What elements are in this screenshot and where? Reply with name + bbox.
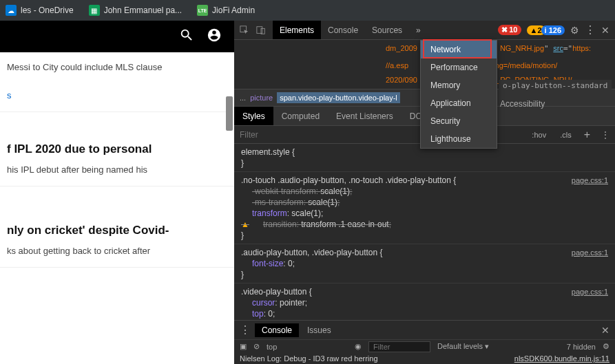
article-subtitle: his IPL debut after being named his bbox=[7, 164, 227, 175]
onedrive-icon: ☁ bbox=[6, 5, 17, 16]
menu-item-application[interactable]: Application bbox=[421, 94, 497, 112]
close-icon[interactable]: ✕ bbox=[601, 25, 609, 36]
cls-toggle[interactable]: .cls bbox=[553, 131, 578, 139]
devtools-status: ✖10 ▲2i 126 ⚙ ⋮ ✕ bbox=[498, 23, 609, 36]
more-icon[interactable]: ⋮ bbox=[585, 23, 596, 36]
devtools-tablist: Elements Console Sources » bbox=[273, 21, 428, 39]
console-filter-input[interactable] bbox=[368, 341, 430, 352]
article-title: nly on cricket' despite Covid- bbox=[7, 224, 227, 237]
hidden-count[interactable]: 7 hidden bbox=[567, 343, 596, 351]
breadcrumb-item-selected[interactable]: span.video-play-button.video-play-l bbox=[277, 92, 400, 103]
console-message: Nielsen Log: Debug - ID3 raw red herring… bbox=[234, 353, 615, 364]
console-drawer-tabs: ⋮ Console Issues ✕ bbox=[234, 320, 615, 339]
more-icon[interactable]: ⋮ bbox=[596, 130, 615, 140]
play-icon[interactable]: ▣ bbox=[240, 342, 247, 351]
breadcrumb-dots: ... bbox=[240, 94, 246, 102]
close-icon[interactable]: ✕ bbox=[601, 325, 609, 336]
browser-tab[interactable]: ▦ John Emmanuel pa... bbox=[89, 5, 182, 16]
drawer-tab-console[interactable]: Console bbox=[255, 323, 299, 337]
error-badge[interactable]: ✖10 bbox=[498, 25, 521, 35]
context-select[interactable]: top bbox=[267, 343, 277, 351]
device-icon[interactable] bbox=[256, 25, 266, 35]
tab-label: John Emmanuel pa... bbox=[104, 6, 182, 15]
menu-item-lighthouse[interactable]: Lighthouse bbox=[421, 130, 497, 148]
info-badge[interactable]: i 126 bbox=[541, 25, 565, 35]
search-icon[interactable] bbox=[179, 28, 194, 45]
menu-item-performance[interactable]: Performance bbox=[421, 58, 497, 76]
source-link[interactable]: page.css:1 bbox=[572, 175, 608, 186]
browser-tab[interactable]: ☁ les - OneDrive bbox=[6, 5, 74, 16]
sheets-icon: ▦ bbox=[89, 5, 100, 16]
log-text: Nielsen Log: Debug - ID3 raw red herring bbox=[240, 354, 378, 363]
hov-toggle[interactable]: :hov bbox=[525, 131, 553, 139]
new-style-button[interactable]: + bbox=[578, 129, 596, 141]
breadcrumb-item[interactable]: picture bbox=[250, 94, 273, 102]
page-header bbox=[0, 21, 234, 52]
source-link[interactable]: page.css:1 bbox=[572, 247, 608, 258]
tab-overflow[interactable]: » bbox=[409, 21, 428, 39]
console-toolbar: ▣ ⊘ top ◉ Default levels ▾ 7 hidden ⚙ bbox=[234, 339, 615, 353]
tab-label: les - OneDrive bbox=[21, 6, 74, 15]
tab-event-listeners[interactable]: Event Listeners bbox=[328, 107, 402, 125]
tab-console[interactable]: Console bbox=[321, 21, 365, 39]
tab-sources[interactable]: Sources bbox=[365, 21, 409, 39]
clear-icon[interactable]: ⊘ bbox=[253, 342, 260, 351]
menu-item-security[interactable]: Security bbox=[421, 112, 497, 130]
user-icon[interactable] bbox=[207, 28, 222, 45]
more-icon[interactable]: ⋮ bbox=[240, 323, 251, 336]
style-rule[interactable]: page.css:1 .no-touch .audio-play-button,… bbox=[234, 172, 615, 244]
scrollbar-thumb[interactable] bbox=[226, 96, 233, 131]
article-card[interactable]: Messi to City could include MLS clause s bbox=[0, 52, 234, 112]
styles-pane: element.style { } page.css:1 .no-touch .… bbox=[234, 144, 615, 328]
breadcrumb-item[interactable]: o-play-button--standard bbox=[499, 80, 612, 92]
panels-dropdown: Network Performance Memory Application S… bbox=[420, 40, 497, 149]
article-title: f IPL 2020 due to personal bbox=[7, 142, 227, 156]
gear-icon[interactable]: ⚙ bbox=[570, 25, 579, 36]
gear-icon[interactable]: ⚙ bbox=[603, 342, 609, 351]
tab-label: JioFi Admin bbox=[212, 6, 255, 15]
webpage-content: Messi to City could include MLS clause s… bbox=[0, 21, 234, 364]
article-card[interactable]: nly on cricket' despite Covid- ks about … bbox=[0, 214, 234, 268]
menu-item-memory[interactable]: Memory bbox=[421, 76, 497, 94]
devtools-header: Elements Console Sources » ✖10 ▲2i 126 ⚙… bbox=[234, 21, 615, 40]
source-link[interactable]: page.css:1 bbox=[572, 286, 608, 297]
tab-styles[interactable]: Styles bbox=[234, 107, 273, 125]
inspect-icon[interactable] bbox=[240, 25, 249, 35]
eye-icon[interactable]: ◉ bbox=[355, 342, 362, 351]
browser-tab-strip: ☁ les - OneDrive ▦ John Emmanuel pa... L… bbox=[0, 0, 615, 21]
levels-select[interactable]: Default levels ▾ bbox=[437, 342, 489, 351]
tab-elements[interactable]: Elements bbox=[273, 21, 321, 39]
browser-tab[interactable]: LTE JioFi Admin bbox=[197, 5, 255, 16]
article-subtitle: ks about getting back to cricket after bbox=[7, 246, 227, 256]
svg-rect-1 bbox=[257, 26, 262, 33]
article-card[interactable]: f IPL 2020 due to personal his IPL debut… bbox=[0, 133, 234, 186]
drawer-tab-issues[interactable]: Issues bbox=[300, 323, 338, 337]
lte-icon: LTE bbox=[197, 5, 208, 16]
article-subtitle: Messi to City could include MLS clause bbox=[7, 62, 227, 72]
menu-item-network[interactable]: Network bbox=[421, 41, 497, 58]
tab-computed[interactable]: Computed bbox=[273, 107, 328, 125]
style-rule[interactable]: page.css:1 .audio-play-button, .video-pl… bbox=[234, 244, 615, 283]
article-link: s bbox=[7, 90, 227, 100]
log-source-link[interactable]: nlsSDK600.bundle.min.js:11 bbox=[514, 354, 609, 363]
tab-accessibility[interactable]: Accessibility bbox=[496, 98, 549, 110]
